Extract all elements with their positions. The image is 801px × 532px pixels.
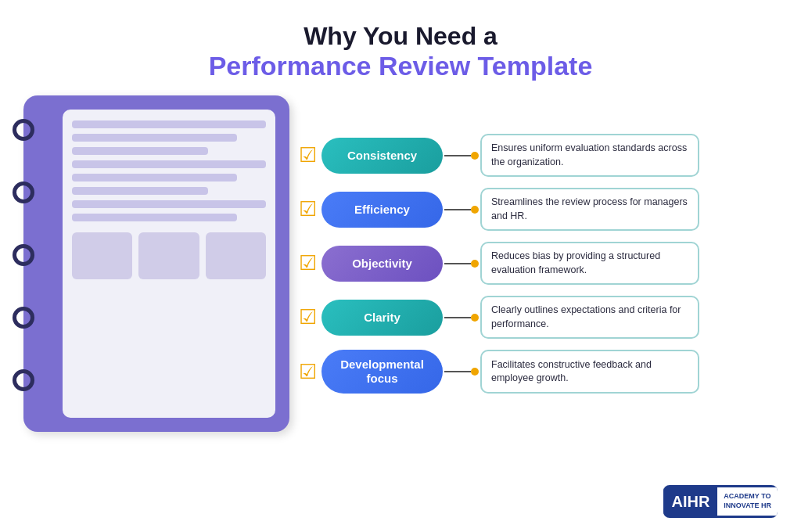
nb-line bbox=[72, 187, 208, 195]
notebook-inner-page bbox=[63, 110, 275, 418]
item-row-1: ☑ Efficiency Streamlines the review proc… bbox=[293, 188, 699, 231]
ring-4 bbox=[13, 307, 34, 329]
checkbox-icon-1: ☑ bbox=[293, 197, 321, 221]
connector-3 bbox=[444, 314, 479, 322]
desc-box-4: Facilitates constructive feedback and em… bbox=[480, 350, 699, 394]
connector-0 bbox=[444, 152, 479, 160]
nb-box-2 bbox=[138, 232, 199, 279]
ring-1 bbox=[13, 119, 34, 141]
nb-line bbox=[72, 160, 266, 168]
desc-box-0: Ensures uniform evaluation standards acr… bbox=[480, 134, 699, 177]
connector-4 bbox=[444, 368, 479, 376]
aihr-logo: AIHR ACADEMY TOINNOVATE HR bbox=[663, 485, 778, 518]
ring-3 bbox=[13, 244, 34, 266]
label-pill-2: Objectivity bbox=[321, 246, 443, 282]
item-row-0: ☑ Consistency Ensures uniform evaluation… bbox=[293, 134, 699, 177]
label-pill-0: Consistency bbox=[321, 138, 443, 174]
nb-box-3 bbox=[206, 232, 266, 279]
notebook-boxes bbox=[72, 232, 266, 279]
notebook-lines-group bbox=[72, 120, 266, 221]
nb-line bbox=[72, 147, 208, 155]
notebook-rings bbox=[13, 119, 34, 391]
label-pill-3: Clarity bbox=[321, 300, 443, 336]
label-pill-1: Efficiency bbox=[321, 192, 443, 228]
aihr-brand: AIHR bbox=[663, 488, 717, 516]
nb-box-1 bbox=[72, 232, 132, 279]
aihr-tagline: ACADEMY TOINNOVATE HR bbox=[717, 487, 778, 515]
title-line1: Why You Need a bbox=[209, 22, 593, 51]
title-line2: Performance Review Template bbox=[209, 51, 593, 81]
checkbox-icon-4: ☑ bbox=[293, 360, 321, 384]
nb-line bbox=[72, 200, 266, 208]
label-pill-4: Developmental focus bbox=[321, 350, 443, 394]
nb-line bbox=[72, 214, 237, 221]
notebook-illustration bbox=[23, 95, 289, 432]
items-list: ☑ Consistency Ensures uniform evaluation… bbox=[293, 134, 699, 394]
ring-5 bbox=[13, 369, 34, 391]
connector-2 bbox=[444, 260, 479, 268]
desc-box-2: Reduces bias by providing a structured e… bbox=[480, 242, 699, 285]
ring-2 bbox=[13, 182, 34, 203]
nb-line bbox=[72, 120, 266, 128]
item-row-3: ☑ Clarity Clearly outlines expectations … bbox=[293, 296, 699, 339]
checkbox-icon-3: ☑ bbox=[293, 305, 321, 329]
desc-box-3: Clearly outlines expectations and criter… bbox=[480, 296, 699, 339]
item-row-4: ☑ Developmental focus Facilitates constr… bbox=[293, 350, 699, 394]
item-row-2: ☑ Objectivity Reduces bias by providing … bbox=[293, 242, 699, 285]
nb-line bbox=[72, 134, 237, 142]
title-section: Why You Need a Performance Review Templa… bbox=[209, 22, 593, 81]
main-content: ☑ Consistency Ensures uniform evaluation… bbox=[0, 95, 801, 432]
checkbox-icon-0: ☑ bbox=[293, 143, 321, 167]
desc-box-1: Streamlines the review process for manag… bbox=[480, 188, 699, 231]
nb-line bbox=[72, 174, 237, 182]
connector-1 bbox=[444, 206, 479, 214]
checkbox-icon-2: ☑ bbox=[293, 251, 321, 275]
